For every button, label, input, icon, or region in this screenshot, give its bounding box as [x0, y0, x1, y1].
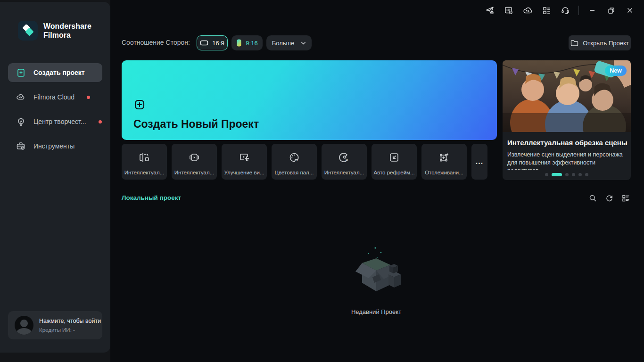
toolbox-icon	[16, 141, 26, 151]
aspect-more-dropdown[interactable]: Больше	[266, 35, 312, 50]
brand-line2: Filmora	[43, 31, 91, 40]
feature-carousel-card[interactable]: New Интеллектуальная обрезка сцены Извле…	[503, 60, 631, 180]
tool-card-smart-split[interactable]: Интеллектуал...	[122, 144, 167, 180]
tool-card-label: Авто рефрейм...	[373, 170, 414, 175]
sidebar-item-label: Инструменты	[33, 142, 74, 150]
smart-video-icon	[172, 151, 217, 164]
feature-title: Интеллектуальная обрезка сцены	[507, 139, 627, 147]
open-project-button[interactable]: Открыть Проект	[569, 35, 631, 50]
tool-card-label: Цветовая пал...	[275, 170, 314, 175]
empty-box-illustration	[348, 244, 405, 300]
new-project-icon	[16, 67, 26, 78]
search-icon[interactable]	[587, 193, 598, 203]
more-tools-button[interactable]: ...	[471, 144, 487, 180]
sidebar-item-label: Центр творчест...	[33, 118, 86, 125]
sidebar-item-filmora-cloud[interactable]: Filmora Cloud	[8, 88, 102, 107]
aspect-more-label: Больше	[272, 40, 295, 47]
smart-split-icon	[122, 151, 167, 164]
sidebar-item-create-project[interactable]: Создать проект	[8, 63, 102, 82]
sidebar-item-label: Filmora Cloud	[33, 93, 74, 101]
user-login-card[interactable]: Нажмите, чтобы войти Кредиты ИИ: -	[8, 311, 102, 339]
headset-icon[interactable]	[556, 0, 575, 21]
quick-tools-row: Интеллектуал... Интеллектуал...	[122, 144, 487, 180]
empty-state-label: Недавний Проект	[122, 308, 631, 315]
tool-card-label: Интеллектуал...	[324, 170, 364, 175]
tool-card-motion-tracking[interactable]: Отслеживани...	[421, 144, 467, 180]
ratio-16-9-button[interactable]: 16:9	[197, 35, 228, 50]
feature-description: Извлечение сцен выделения и персонажа дл…	[507, 151, 626, 170]
svg-text:AI: AI	[345, 159, 348, 162]
lightbulb-icon	[16, 116, 26, 127]
titlebar-separator	[578, 6, 579, 15]
cloud-sync-icon[interactable]	[518, 0, 537, 21]
more-tools-label: ...	[476, 157, 483, 166]
tool-card-smart-audio[interactable]: AI Интеллектуал...	[322, 144, 367, 180]
sidebar-item-label: Создать проект	[33, 69, 85, 76]
login-prompt: Нажмите, чтобы войти	[39, 318, 101, 324]
tool-card-video-enhance[interactable]: Улучшение ви...	[222, 144, 267, 180]
motion-tracking-icon	[421, 151, 467, 164]
sidebar: Wondershare Filmora Создать проект	[0, 2, 110, 353]
tool-card-label: Интеллектуал...	[174, 170, 214, 175]
folder-icon	[570, 40, 578, 46]
cloud-icon	[16, 92, 26, 102]
send-icon[interactable]	[480, 0, 499, 21]
sidebar-column: Wondershare Filmora Создать проект	[0, 0, 110, 362]
aspect-toolbar: Соотношение Сторон: 16:9 9:16 Больше	[122, 35, 631, 50]
restore-button[interactable]	[602, 0, 620, 21]
recent-projects-empty-state: Недавний Проект	[122, 222, 631, 315]
ratio-9-16-button[interactable]: 9:16	[231, 35, 263, 50]
ratio-16-9-label: 16:9	[212, 40, 224, 47]
notification-dot	[99, 120, 102, 123]
tool-card-auto-reframe[interactable]: Авто рефрейм...	[372, 144, 417, 180]
carousel-dot[interactable]	[578, 173, 582, 176]
avatar	[15, 316, 33, 335]
carousel-dot[interactable]	[572, 173, 575, 176]
carousel-dots	[503, 173, 631, 176]
chevron-down-icon	[301, 41, 306, 45]
ratio-9-16-label: 9:16	[246, 40, 257, 47]
open-project-label: Открыть Проект	[583, 40, 629, 47]
app-logo: Wondershare Filmora	[18, 21, 91, 41]
titlebar[interactable]	[110, 0, 644, 21]
carousel-dot[interactable]	[585, 173, 588, 176]
carousel-dot[interactable]	[565, 173, 569, 176]
minimize-button[interactable]	[583, 0, 602, 21]
tool-card-smart-video[interactable]: Интеллектуал...	[172, 144, 217, 180]
layout-grid-icon[interactable]	[537, 0, 556, 21]
new-badge: New	[605, 66, 627, 76]
tab-local-project[interactable]: Локальный проект	[122, 194, 181, 201]
video-enhance-icon	[222, 151, 267, 164]
sidebar-nav: Создать проект Filmora Cloud	[8, 63, 102, 161]
brand-line1: Wondershare	[43, 22, 91, 31]
aspect-ratio-label: Соотношение Сторон:	[122, 39, 190, 46]
brand-text: Wondershare Filmora	[43, 22, 91, 40]
filmora-window: Wondershare Filmora Создать проект	[0, 0, 644, 362]
tool-card-color-palette[interactable]: AI Цветовая пал...	[272, 144, 317, 180]
smart-audio-ai-icon: AI	[322, 151, 367, 164]
auto-reframe-icon	[372, 151, 417, 164]
color-palette-ai-icon: AI	[272, 151, 317, 164]
svg-text:AI: AI	[295, 158, 298, 161]
ai-credits-label: Кредиты ИИ: -	[39, 327, 101, 333]
create-new-project-banner[interactable]: Создать Новый Проект	[122, 60, 497, 140]
banner-title: Создать Новый Проект	[133, 118, 259, 131]
notification-dot	[87, 96, 90, 99]
sidebar-item-tools[interactable]: Инструменты	[8, 137, 102, 156]
refresh-icon[interactable]	[604, 193, 614, 203]
carousel-dot-active[interactable]	[552, 173, 562, 176]
filmora-logo-icon	[18, 21, 38, 41]
list-view-icon[interactable]	[620, 193, 631, 203]
tool-card-label: Интеллектуал...	[124, 170, 164, 175]
task-list-icon[interactable]	[499, 0, 518, 21]
plus-square-icon	[134, 99, 145, 110]
tool-card-label: Отслеживани...	[425, 170, 463, 175]
sidebar-item-creative-center[interactable]: Центр творчест...	[8, 112, 102, 131]
close-button[interactable]	[620, 0, 639, 21]
project-actions	[587, 193, 631, 203]
carousel-dot[interactable]	[545, 173, 548, 176]
tool-card-label: Улучшение ви...	[224, 170, 264, 175]
